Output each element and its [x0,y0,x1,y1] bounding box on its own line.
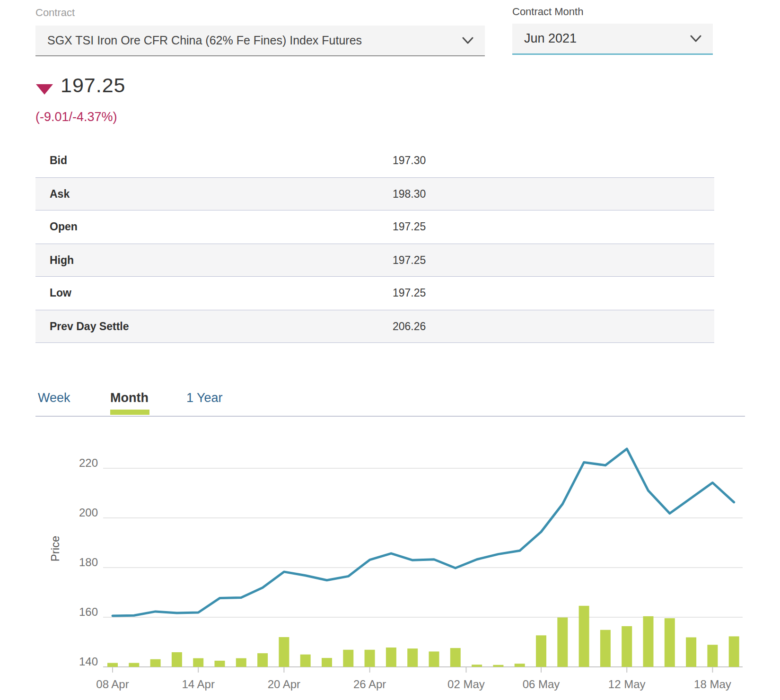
quote-stats-table: Bid 197.30 Ask 198.30 Open 197.25 High 1… [35,144,714,343]
volume-bar [172,652,182,667]
row-label: High [50,244,74,276]
y-tick-label: 140 [79,655,98,668]
volume-bar [429,651,439,667]
table-row: Open 197.25 [35,210,714,244]
volume-bar [150,659,161,667]
tab-1-year[interactable]: 1 Year [186,390,223,406]
last-price: 197.25 [61,74,126,97]
volume-bar [193,658,203,667]
contract-month-dropdown-value: Jun 2021 [524,24,577,53]
contract-label: Contract [35,7,75,19]
volume-bar [707,645,718,667]
x-tick-label: 12 May [608,678,646,691]
volume-bar [129,663,139,667]
x-tick-label: 26 Apr [353,678,386,691]
volume-bar [472,665,482,667]
price-volume-chart: 140160180200220Price08 Apr14 Apr20 Apr26… [0,407,780,700]
price-line [113,449,734,616]
chevron-down-icon [690,35,701,43]
x-tick-label: 06 May [523,678,560,691]
volume-bar [557,618,568,667]
table-row: Ask 198.30 [35,177,714,210]
table-row: Bid 197.30 [35,144,714,177]
price-change: (-9.01/-4.37%) [35,110,117,124]
volume-bar [665,618,675,667]
volume-bar [343,650,353,667]
row-label: Prev Day Settle [50,310,129,342]
table-row: Prev Day Settle 206.26 [35,310,714,343]
row-value: 197.30 [393,144,426,176]
volume-bar [729,636,739,667]
x-tick-label: 14 Apr [182,678,215,691]
volume-bar [107,663,118,667]
row-label: Open [50,210,78,243]
contract-month-dropdown[interactable]: Jun 2021 [512,24,713,55]
volume-bar [215,661,225,667]
volume-bar [622,626,632,667]
tab-month[interactable]: Month [110,390,149,406]
volume-bar [407,648,418,667]
tab-week[interactable]: Week [38,390,70,406]
contract-month-label: Contract Month [512,6,583,18]
volume-bar [322,658,332,667]
volume-bar [236,658,246,667]
y-axis-title: Price [49,536,61,562]
chevron-down-icon [462,37,473,44]
contract-dropdown[interactable]: SGX TSI Iron Ore CFR China (62% Fe Fines… [35,26,485,56]
y-tick-label: 220 [79,456,98,469]
contract-dropdown-value: SGX TSI Iron Ore CFR China (62% Fe Fines… [47,26,362,55]
x-tick-label: 20 Apr [268,678,300,691]
y-tick-label: 180 [79,556,98,569]
y-tick-label: 160 [79,605,98,618]
row-value: 197.25 [393,244,426,276]
row-value: 197.25 [393,210,426,243]
volume-bar [536,635,546,667]
row-label: Low [50,277,71,309]
table-row: Low 197.25 [35,277,714,310]
x-tick-label: 08 Apr [96,678,129,691]
x-tick-label: 18 May [694,678,731,691]
volume-bar [515,664,525,667]
row-value: 197.25 [393,277,426,309]
volume-bar [386,648,396,667]
y-tick-label: 200 [79,506,98,519]
price-down-arrow-icon [36,84,53,95]
row-label: Bid [50,144,67,176]
row-label: Ask [50,178,70,210]
volume-bar [579,606,589,667]
row-value: 198.30 [393,178,426,210]
table-row: High 197.25 [35,244,714,277]
volume-bar [300,655,311,667]
futures-quote-page: Contract SGX TSI Iron Ore CFR China (62%… [0,0,780,700]
volume-bar [686,638,696,667]
volume-bar [450,648,461,667]
x-tick-label: 02 May [447,678,485,691]
row-value: 206.26 [393,310,426,342]
volume-bar [365,650,375,667]
volume-bar [600,630,611,667]
volume-bar [643,616,654,667]
volume-bar [257,653,268,667]
volume-bar [493,665,503,667]
volume-bar [279,637,289,667]
